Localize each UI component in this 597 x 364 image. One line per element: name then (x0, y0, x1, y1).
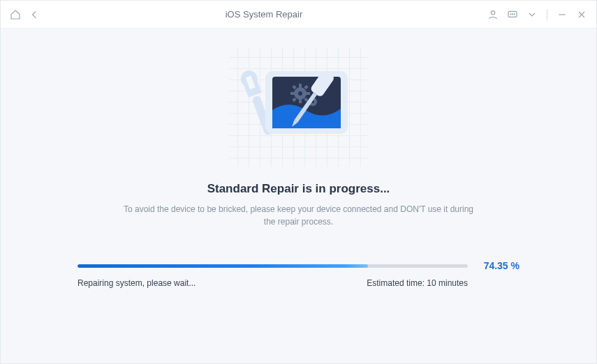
back-icon[interactable] (29, 8, 41, 21)
app-window: iOS System Repair (0, 0, 597, 364)
svg-rect-10 (299, 84, 302, 88)
progress-heading: Standard Repair is in progress... (207, 182, 390, 196)
titlebar-left (9, 8, 41, 21)
svg-rect-12 (290, 92, 295, 95)
svg-point-18 (298, 91, 302, 96)
close-icon[interactable] (575, 8, 588, 21)
progress-bar (78, 264, 468, 268)
svg-rect-13 (306, 92, 310, 95)
progress-status-text: Repairing system, please wait... (78, 278, 196, 288)
home-icon[interactable] (9, 8, 22, 21)
titlebar: iOS System Repair (1, 1, 596, 29)
repair-illustration (229, 48, 369, 167)
progress-fill (78, 264, 368, 268)
account-icon[interactable] (487, 8, 499, 21)
chevron-down-icon[interactable] (526, 8, 538, 21)
window-title: iOS System Repair (41, 9, 487, 20)
svg-rect-11 (299, 99, 302, 103)
svg-point-3 (512, 13, 513, 14)
progress-labels: Repairing system, please wait... Estimat… (78, 278, 519, 288)
svg-point-4 (514, 13, 515, 14)
main-content: Standard Repair is in progress... To avo… (1, 29, 596, 363)
progress-percent: 74.35 % (478, 260, 519, 271)
svg-point-0 (491, 10, 494, 14)
separator (547, 9, 547, 20)
progress-row: 74.35 % (78, 260, 519, 271)
svg-point-2 (510, 13, 511, 14)
feedback-icon[interactable] (506, 8, 519, 21)
titlebar-right (487, 8, 588, 21)
minimize-icon[interactable] (556, 8, 568, 21)
progress-subtext: To avoid the device to be bricked, pleas… (117, 203, 480, 228)
progress-area: 74.35 % Repairing system, please wait...… (78, 260, 519, 288)
progress-eta-text: Estimated time: 10 minutes (367, 278, 519, 288)
